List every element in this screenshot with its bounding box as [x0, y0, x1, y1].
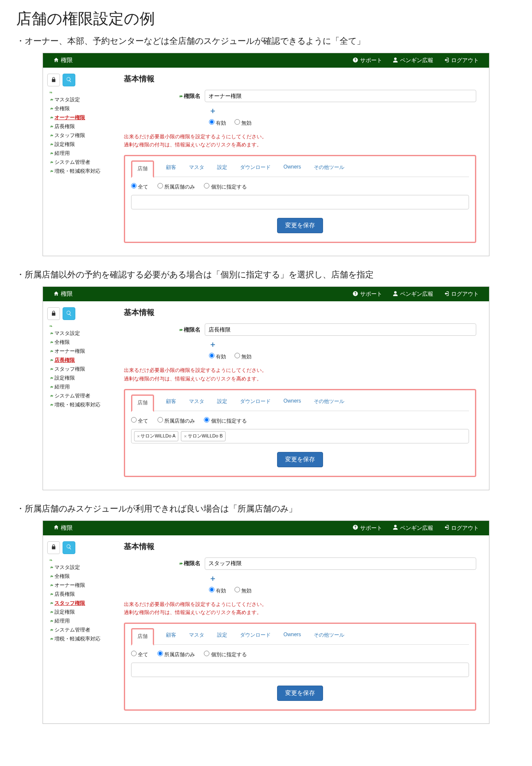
search-button[interactable]: [63, 74, 75, 86]
scope-option-all[interactable]: 全て: [131, 184, 148, 190]
tab-店舗[interactable]: 店舗: [131, 628, 154, 646]
tab-マスタ[interactable]: マスタ: [188, 160, 205, 177]
scope-radio-all[interactable]: [131, 417, 137, 423]
scope-radio-individual[interactable]: [204, 183, 209, 189]
sidebar-item[interactable]: ❧全権限: [47, 572, 115, 581]
sidebar-item[interactable]: ❧システム管理者: [47, 626, 115, 635]
sidebar-item[interactable]: ❧オーナー権限: [47, 113, 115, 122]
sidebar-item[interactable]: ❧スタッフ権限: [47, 365, 115, 374]
user-link[interactable]: ペンギン広報: [392, 290, 433, 298]
brand[interactable]: 権限: [53, 290, 73, 298]
tab-Owners[interactable]: Owners: [283, 628, 302, 644]
sidebar-item[interactable]: ❧経理用: [47, 617, 115, 626]
scope-field[interactable]: ×サロンWiLLDo A×サロンWiLLDo B: [131, 429, 469, 443]
scope-radio-own[interactable]: [157, 183, 163, 189]
support-link[interactable]: サポート: [352, 290, 382, 298]
search-button[interactable]: [63, 307, 75, 320]
brand[interactable]: 権限: [53, 524, 73, 532]
status-enabled-radio[interactable]: [209, 587, 215, 592]
tab-顧客[interactable]: 顧客: [165, 394, 177, 411]
tab-その他ツール[interactable]: その他ツール: [313, 628, 345, 644]
tab-マスタ[interactable]: マスタ: [188, 394, 205, 411]
lock-button[interactable]: [47, 74, 60, 86]
scope-radio-individual[interactable]: [204, 417, 209, 423]
sidebar-item[interactable]: ❧増税・軽減税率対応: [47, 635, 115, 643]
status-disabled-radio[interactable]: [235, 119, 240, 125]
tab-その他ツール[interactable]: その他ツール: [313, 160, 345, 177]
sidebar-item[interactable]: ❧全権限: [47, 338, 115, 347]
scope-field[interactable]: [131, 663, 469, 677]
tab-設定[interactable]: 設定: [216, 160, 228, 177]
tab-ダウンロード[interactable]: ダウンロード: [239, 160, 272, 177]
sidebar-item[interactable]: ❧設定権限: [47, 374, 115, 383]
tab-店舗[interactable]: 店舗: [131, 394, 154, 412]
tab-ダウンロード[interactable]: ダウンロード: [239, 628, 272, 644]
scope-option-own[interactable]: 所属店舗のみ: [157, 184, 195, 190]
store-chip[interactable]: ×サロンWiLLDo B: [181, 431, 226, 441]
store-chip[interactable]: ×サロンWiLLDo A: [134, 431, 178, 441]
add-button[interactable]: ＋: [209, 573, 476, 583]
tab-その他ツール[interactable]: その他ツール: [313, 394, 345, 411]
tab-顧客[interactable]: 顧客: [165, 628, 177, 644]
logout-link[interactable]: ログアウト: [443, 57, 479, 64]
user-link[interactable]: ペンギン広報: [392, 524, 433, 532]
tab-設定[interactable]: 設定: [216, 628, 228, 644]
sidebar-item[interactable]: ❧増税・軽減税率対応: [47, 167, 115, 176]
status-enabled[interactable]: 有効: [209, 588, 226, 594]
logout-link[interactable]: ログアウト: [443, 524, 479, 532]
status-enabled-radio[interactable]: [209, 353, 215, 358]
scope-radio-all[interactable]: [131, 651, 137, 656]
sidebar-item[interactable]: ❧システム管理者: [47, 158, 115, 167]
scope-option-individual[interactable]: 個別に指定する: [204, 652, 246, 657]
scope-option-individual[interactable]: 個別に指定する: [204, 418, 246, 424]
tab-Owners[interactable]: Owners: [283, 160, 302, 177]
status-disabled[interactable]: 無効: [235, 354, 252, 360]
logout-link[interactable]: ログアウト: [443, 290, 479, 298]
lock-button[interactable]: [47, 307, 60, 320]
status-disabled[interactable]: 無効: [235, 588, 252, 594]
sidebar-item[interactable]: ❧店長権限: [47, 590, 115, 599]
sidebar-item[interactable]: ❧設定権限: [47, 608, 115, 617]
sidebar-item[interactable]: ❧店長権限: [47, 122, 115, 131]
scope-option-all[interactable]: 全て: [131, 652, 148, 657]
sidebar-item[interactable]: ❧経理用: [47, 149, 115, 158]
save-button[interactable]: 変更を保存: [277, 686, 323, 701]
scope-option-all[interactable]: 全て: [131, 418, 148, 424]
scope-option-individual[interactable]: 個別に指定する: [204, 184, 246, 190]
status-enabled-radio[interactable]: [209, 119, 215, 125]
sidebar-item[interactable]: ❧スタッフ権限: [47, 599, 115, 608]
scope-field[interactable]: [131, 195, 469, 209]
scope-radio-individual[interactable]: [204, 651, 209, 656]
tab-Owners[interactable]: Owners: [283, 394, 302, 411]
lock-button[interactable]: [47, 541, 60, 554]
status-disabled-radio[interactable]: [235, 587, 240, 592]
sidebar-item[interactable]: ❧増税・軽減税率対応: [47, 400, 115, 409]
support-link[interactable]: サポート: [352, 57, 382, 64]
name-input[interactable]: [205, 323, 476, 336]
name-input[interactable]: [205, 90, 476, 102]
search-button[interactable]: [63, 541, 75, 554]
status-disabled-radio[interactable]: [235, 353, 240, 358]
sidebar-item[interactable]: ❧マスタ設定: [47, 95, 115, 104]
status-enabled[interactable]: 有効: [209, 120, 226, 126]
save-button[interactable]: 変更を保存: [277, 218, 323, 233]
sidebar-item[interactable]: ❧マスタ設定: [47, 563, 115, 572]
scope-radio-own[interactable]: [157, 417, 163, 423]
tab-顧客[interactable]: 顧客: [165, 160, 177, 177]
add-button[interactable]: ＋: [209, 339, 476, 349]
remove-icon[interactable]: ×: [137, 434, 140, 439]
tab-ダウンロード[interactable]: ダウンロード: [239, 394, 272, 411]
scope-option-own[interactable]: 所属店舗のみ: [157, 418, 195, 424]
scope-radio-all[interactable]: [131, 183, 137, 189]
sidebar-item[interactable]: ❧システム管理者: [47, 392, 115, 400]
scope-radio-own[interactable]: [157, 651, 163, 656]
sidebar-item[interactable]: ❧設定権限: [47, 140, 115, 149]
tab-設定[interactable]: 設定: [216, 394, 228, 411]
sidebar-item[interactable]: ❧オーナー権限: [47, 581, 115, 590]
sidebar-item[interactable]: ❧全権限: [47, 104, 115, 113]
name-input[interactable]: [205, 557, 476, 570]
brand[interactable]: 権限: [53, 57, 73, 64]
scope-option-own[interactable]: 所属店舗のみ: [157, 652, 195, 657]
sidebar-item[interactable]: ❧マスタ設定: [47, 329, 115, 338]
sidebar-item[interactable]: ❧スタッフ権限: [47, 131, 115, 140]
